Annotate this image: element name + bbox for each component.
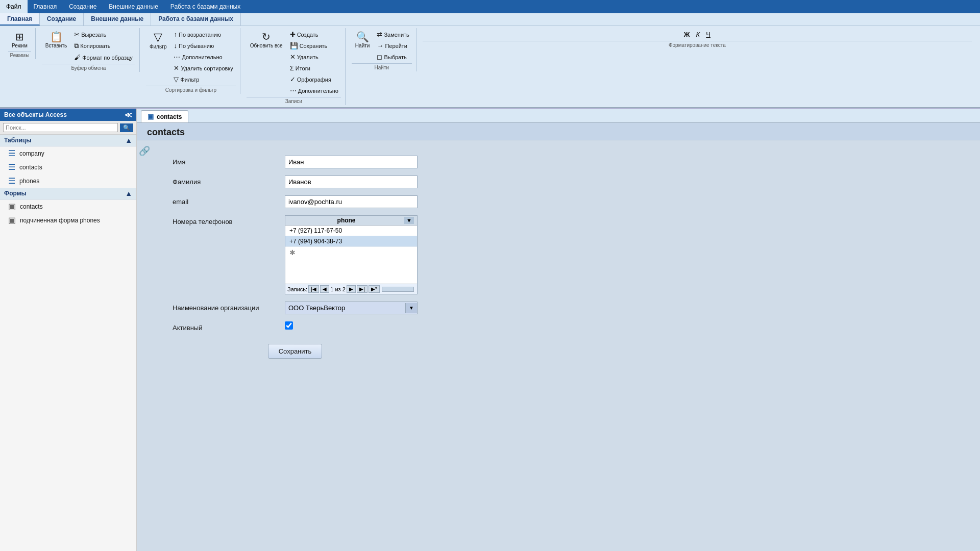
ribbon: Главная Создание Внешние данные Работа с… xyxy=(0,13,980,109)
subform-col-button[interactable]: ▼ xyxy=(404,217,414,224)
filter-button[interactable]: ▽ Фильтр xyxy=(146,29,170,51)
phone-row-1[interactable]: +7 (927) 117-67-50 xyxy=(285,226,417,236)
tab-database[interactable]: Работа с базами данных xyxy=(151,13,241,26)
text-format-buttons: Ж К Ч xyxy=(681,29,713,40)
subform-new-button[interactable]: ▶* xyxy=(369,285,380,293)
company-value: ООО ТверьВектор xyxy=(285,302,405,314)
save-rec-button[interactable]: 💾 Сохранить xyxy=(287,40,341,51)
totals-icon: Σ xyxy=(290,64,294,72)
menu-database[interactable]: Работа с базами данных xyxy=(164,0,247,13)
name-field xyxy=(285,156,418,168)
surname-row: Фамилия xyxy=(173,176,418,188)
format-button[interactable]: 🖌 Формат по образцу xyxy=(71,52,135,63)
totals-label: Итоги xyxy=(296,65,310,71)
create-rec-button[interactable]: ✚ Создать xyxy=(287,29,341,40)
phone-row-2[interactable]: +7 (994) 904-38-73 xyxy=(285,236,417,247)
filter-icon: ▽ xyxy=(154,31,162,44)
cut-button[interactable]: ✂ Вырезать xyxy=(71,29,135,40)
subform: phone ▼ +7 (927) 117-67-50 +7 (994) 904-… xyxy=(285,215,418,294)
records-col: ✚ Создать 💾 Сохранить ✕ Удалить Σ Итоги xyxy=(287,29,341,96)
tab-external[interactable]: Внешние данные xyxy=(84,13,151,26)
find-icon: 🔍 xyxy=(356,31,369,43)
subform-prev-button[interactable]: ◀ xyxy=(320,285,329,293)
toggle-filter-label: Фильтр xyxy=(180,77,199,83)
save-rec-icon: 💾 xyxy=(290,42,298,49)
delete-rec-button[interactable]: ✕ Удалить xyxy=(287,52,341,62)
email-input[interactable] xyxy=(285,195,418,208)
nav-item-company-label: company xyxy=(19,150,44,157)
save-button[interactable]: Сохранить xyxy=(268,344,323,359)
tab-create[interactable]: Создание xyxy=(40,13,84,26)
subform-nav: Запись: |◀ ◀ 1 из 2 ▶ ▶| ▶* xyxy=(285,284,417,294)
totals-button[interactable]: Σ Итоги xyxy=(287,63,341,73)
sort-asc-label: По возрастанию xyxy=(179,32,221,38)
menu-file[interactable]: Файл xyxy=(0,0,28,13)
subform-next-button[interactable]: ▶ xyxy=(347,285,356,293)
find-label: Найти xyxy=(355,43,370,48)
name-label: Имя xyxy=(173,156,285,166)
search-input[interactable] xyxy=(3,123,118,132)
find-button[interactable]: 🔍 Найти xyxy=(352,29,374,50)
paste-button[interactable]: 📋 Вставить xyxy=(42,29,70,50)
cut-icon: ✂ xyxy=(74,31,80,38)
italic-button[interactable]: К xyxy=(694,29,703,40)
additional-sort-label: Дополнительно xyxy=(182,54,222,60)
nav-section-forms[interactable]: Формы ▲ xyxy=(0,188,136,199)
copy-label: Копировать xyxy=(80,43,110,49)
ribbon-group-find: 🔍 Найти ⇄ Заменить → Перейти ◻ Выбрать xyxy=(348,28,416,71)
text-format-group-label: Форматирование текста xyxy=(423,41,972,48)
nav-item-contacts[interactable]: ☰ contacts xyxy=(0,160,136,174)
goto-button[interactable]: → Перейти xyxy=(374,40,411,51)
menu-create[interactable]: Создание xyxy=(63,0,103,13)
nav-header[interactable]: Все объекты Access ≪ xyxy=(0,109,136,121)
bold-button[interactable]: Ж xyxy=(681,29,693,40)
subform-scrollbar[interactable] xyxy=(382,287,414,292)
refresh-label: Обновить все xyxy=(250,43,283,48)
subform-header: phone ▼ xyxy=(285,216,417,226)
nav-item-contacts-form[interactable]: ▣ contacts xyxy=(0,199,136,213)
sort-asc-button[interactable]: ↑ По возрастанию xyxy=(171,29,235,40)
refresh-icon: ↻ xyxy=(262,31,271,43)
search-button[interactable]: 🔍 xyxy=(120,123,133,132)
spell-label: Орфография xyxy=(297,77,331,83)
sort-desc-label: По убыванию xyxy=(179,43,214,49)
sort-col: ↑ По возрастанию ↓ По убыванию ⋯ Дополни… xyxy=(171,29,235,85)
company-field: ООО ТверьВектор ▼ xyxy=(285,302,418,314)
sort-desc-button[interactable]: ↓ По убыванию xyxy=(171,40,235,51)
surname-input[interactable] xyxy=(285,176,418,188)
copy-button[interactable]: ⧉ Копировать xyxy=(71,40,135,52)
additional-sort-button[interactable]: ⋯ Дополнительно xyxy=(171,52,235,62)
active-checkbox[interactable] xyxy=(285,321,293,330)
replace-button[interactable]: ⇄ Заменить xyxy=(374,29,411,40)
remove-sort-button[interactable]: ✕ Удалить сортировку xyxy=(171,63,235,73)
name-input[interactable] xyxy=(285,156,418,168)
nav-item-phones-subform-label: подчиненная форма phones xyxy=(20,217,100,224)
subform-last-button[interactable]: ▶| xyxy=(357,285,368,293)
italic-icon: К xyxy=(696,31,700,38)
company-dropdown-arrow[interactable]: ▼ xyxy=(405,303,417,313)
more-button[interactable]: ⋯ Дополнительно xyxy=(287,85,341,96)
nav-item-phones-subform[interactable]: ▣ подчиненная форма phones xyxy=(0,213,136,227)
toggle-filter-button[interactable]: ▽ Фильтр xyxy=(171,74,235,85)
surname-field xyxy=(285,176,418,188)
spell-icon: ✓ xyxy=(290,76,296,83)
company-dropdown[interactable]: ООО ТверьВектор ▼ xyxy=(285,302,418,314)
spell-button[interactable]: ✓ Орфография xyxy=(287,74,341,85)
tab-home[interactable]: Главная xyxy=(0,13,40,26)
save-rec-label: Сохранить xyxy=(300,43,328,49)
mode-button[interactable]: ⊞ Режим xyxy=(8,29,31,50)
nav-item-phones[interactable]: ☰ phones xyxy=(0,174,136,188)
form-area: contacts 🔗 Имя Фамилия xyxy=(137,123,980,551)
subform-nav-text: Запись: xyxy=(287,286,307,292)
refresh-button[interactable]: ↻ Обновить все xyxy=(247,29,286,50)
menu-external[interactable]: Внешние данные xyxy=(103,0,164,13)
tab-contacts[interactable]: ▣ contacts xyxy=(141,110,188,122)
select-button[interactable]: ◻ Выбрать xyxy=(374,52,411,62)
nav-item-company[interactable]: ☰ company xyxy=(0,146,136,160)
menu-home[interactable]: Главная xyxy=(28,0,63,13)
more-label: Дополнительно xyxy=(298,88,338,94)
nav-section-tables[interactable]: Таблицы ▲ xyxy=(0,135,136,146)
subform-first-button[interactable]: |◀ xyxy=(308,285,319,293)
underline-button[interactable]: Ч xyxy=(703,29,713,40)
phone-new-row[interactable]: ✱ xyxy=(285,247,417,258)
